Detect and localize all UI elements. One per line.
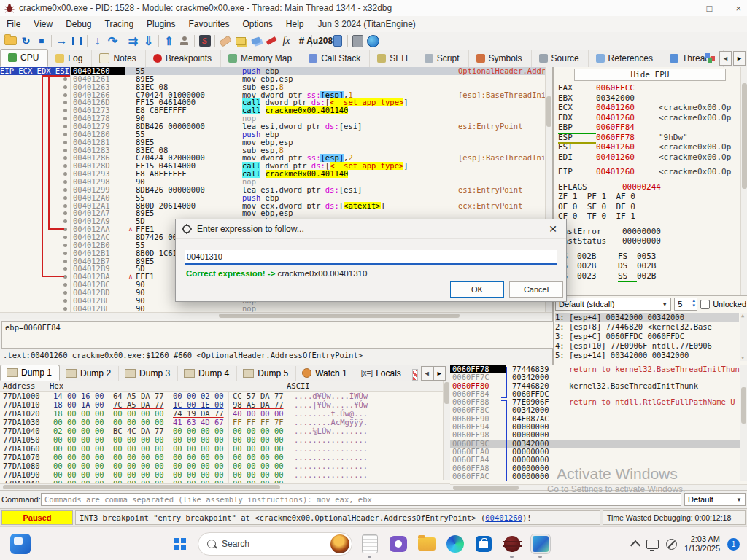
- menu-options[interactable]: Options: [236, 19, 279, 29]
- tab-locals[interactable]: [x=]Locals: [355, 366, 409, 381]
- stack-row[interactable]: 0060FF8077446820kernel32.BaseThreadInitT…: [450, 382, 747, 390]
- menu-file[interactable]: File: [0, 19, 27, 29]
- tab-dump-3[interactable]: Dump 3: [119, 366, 178, 381]
- tab-dump-1[interactable]: Dump 1: [0, 365, 60, 381]
- taskbar-chat-icon[interactable]: [387, 533, 409, 555]
- stack-row[interactable]: 0060FF7C00342000: [450, 373, 747, 381]
- tray-network-disabled-icon[interactable]: [666, 539, 677, 550]
- taskbar-photos-icon[interactable]: [530, 533, 551, 555]
- clock[interactable]: 2:03 AM 1/13/2025: [684, 534, 720, 553]
- register-row[interactable]: EBX00342000: [558, 93, 739, 104]
- breakpoint-dot-icon[interactable]: [63, 188, 67, 192]
- notification-badge[interactable]: 1: [727, 538, 740, 551]
- stack-row[interactable]: 0060FF9C00342000: [450, 440, 747, 448]
- breakpoint-dot-icon[interactable]: [63, 125, 67, 128]
- arguments-scrollbar[interactable]: [740, 313, 747, 361]
- register-row[interactable]: EAX0060FFCC: [558, 83, 739, 93]
- dump-row[interactable]: 77DA108000 00 00 0000 00 00 0000 00 00 0…: [0, 462, 450, 470]
- breakpoint-dot-icon[interactable]: [63, 244, 67, 247]
- tab-scroll-left-icon[interactable]: ◄: [719, 51, 732, 66]
- flags-row[interactable]: ZF 1 PF 1 AF 0: [558, 192, 739, 202]
- dump-row[interactable]: 77DA104002 00 00 00BC 4C DA 7700 00 00 0…: [0, 427, 450, 435]
- breakpoint-address-link[interactable]: 00401260: [485, 513, 522, 522]
- disasm-row[interactable]: 004012BF90nop: [0, 305, 552, 313]
- dump-row[interactable]: 77DA107000 00 00 0000 00 00 0000 00 00 0…: [0, 453, 450, 462]
- tab-source[interactable]: Source: [532, 50, 589, 67]
- search-input[interactable]: Search: [198, 532, 352, 556]
- minimize-button[interactable]: —: [674, 3, 684, 14]
- breakpoint-dot-icon[interactable]: [63, 291, 67, 295]
- internet-icon[interactable]: [365, 34, 381, 48]
- breakpoint-dot-icon[interactable]: [63, 283, 67, 287]
- disasm-row[interactable]: 0040126383EC 08sub esp,8: [0, 83, 552, 91]
- registers-panel[interactable]: Hide FPU EAX0060FFCCEBX00342000ECX004012…: [553, 67, 747, 365]
- handles-icon[interactable]: [330, 34, 345, 48]
- dump-vertical-scrollbar[interactable]: [443, 381, 450, 480]
- dump-scroll-left-icon[interactable]: ◄: [421, 366, 433, 381]
- labels-icon[interactable]: [248, 34, 263, 48]
- breakpoint-dot-icon[interactable]: [63, 93, 67, 97]
- step-over-icon[interactable]: [105, 34, 120, 48]
- tray-chevron-up-icon[interactable]: [630, 540, 640, 551]
- stop-icon[interactable]: [34, 34, 49, 48]
- stack-row[interactable]: 0060FF8C00342000: [450, 406, 747, 414]
- breakpoint-dot-icon[interactable]: [63, 156, 67, 160]
- breakpoint-dot-icon[interactable]: [63, 85, 67, 89]
- open-file-icon[interactable]: [3, 34, 18, 48]
- segment-row[interactable]: GS002BFS0053: [558, 252, 739, 262]
- argument-row[interactable]: 4: [esp+10] 77E0906F ntdll.77E0906: [555, 341, 739, 351]
- disasm-row[interactable]: 004012A055push ebp: [0, 194, 552, 202]
- segment-row[interactable]: CS0023SS002B: [558, 271, 739, 281]
- tab-scroll-right-icon[interactable]: ►: [733, 51, 746, 66]
- maximize-button[interactable]: □: [707, 3, 713, 14]
- taskbar-file-explorer-icon[interactable]: [416, 533, 438, 555]
- dump-row[interactable]: 77DA109000 00 00 0000 00 00 0000 00 00 0…: [0, 470, 450, 479]
- step-into-icon[interactable]: [90, 34, 105, 48]
- dialog-close-icon[interactable]: ✕: [546, 223, 560, 235]
- expression-input[interactable]: [185, 250, 557, 265]
- struct-tab-icon[interactable]: [412, 369, 418, 381]
- command-input[interactable]: [41, 493, 681, 506]
- segment-row[interactable]: ES002BDS002B: [558, 261, 739, 271]
- dump-row[interactable]: 77DA105000 00 00 0000 00 00 0000 00 00 0…: [0, 435, 450, 444]
- step-out-icon[interactable]: [141, 34, 156, 48]
- taskbar-edge-icon[interactable]: [444, 533, 466, 555]
- dump-row[interactable]: 77DA106000 00 00 0000 00 00 0000 00 00 0…: [0, 444, 450, 453]
- register-row[interactable]: EDX00401260<crackme0x00.Op: [558, 113, 739, 123]
- restart-icon[interactable]: [18, 34, 34, 48]
- bookmarks-icon[interactable]: [263, 34, 279, 48]
- stack-row[interactable]: 0060FF9400000000: [450, 423, 747, 431]
- breakpoint-dot-icon[interactable]: [63, 219, 67, 223]
- breakpoint-dot-icon[interactable]: [63, 299, 67, 303]
- breakpoint-dot-icon[interactable]: [63, 101, 67, 104]
- breakpoint-dot-icon[interactable]: [63, 133, 67, 136]
- stack-row[interactable]: 0060FF840060FFDC: [450, 390, 747, 398]
- tab-script[interactable]: Script: [417, 50, 469, 67]
- flags-row[interactable]: OF 0 SF 0 DF 0: [558, 202, 739, 212]
- pause-icon[interactable]: [69, 34, 85, 48]
- hide-fpu-button[interactable]: Hide FPU: [574, 69, 726, 81]
- breakpoint-dot-icon[interactable]: [63, 307, 67, 311]
- functions-icon[interactable]: [279, 34, 294, 48]
- flags-row[interactable]: CF 0 TF 0 IF 1: [558, 211, 739, 222]
- tab-dump-4[interactable]: Dump 4: [178, 366, 237, 381]
- patches-icon[interactable]: [217, 34, 233, 48]
- breakpoint-dot-icon[interactable]: [63, 196, 67, 200]
- command-profile-select[interactable]: Default▼: [684, 493, 746, 506]
- registers-scrollbar[interactable]: [740, 67, 747, 295]
- dump-horizontal-scrollbar[interactable]: [0, 483, 450, 490]
- breakpoint-dot-icon[interactable]: [63, 172, 67, 176]
- argument-row[interactable]: 1: [esp+4] 00342000 00342000: [555, 313, 739, 322]
- breakpoint-dot-icon[interactable]: [63, 149, 67, 152]
- cancel-button[interactable]: Cancel: [509, 281, 563, 298]
- argument-count-stepper[interactable]: 5▲▼: [674, 298, 697, 311]
- dump-row[interactable]: 77DA102018 00 00 0000 00 00 0074 19 DA 7…: [0, 409, 450, 418]
- tab-seh[interactable]: SEH: [370, 50, 417, 67]
- disasm-horizontal-scrollbar[interactable]: [0, 312, 552, 319]
- ok-button[interactable]: OK: [450, 281, 504, 298]
- widgets-icon[interactable]: [10, 534, 31, 554]
- breakpoint-dot-icon[interactable]: [63, 204, 67, 208]
- tab-cpu[interactable]: CPU: [0, 49, 48, 67]
- taskbar-store-icon[interactable]: [473, 533, 495, 555]
- breakpoint-dot-icon[interactable]: [63, 236, 67, 239]
